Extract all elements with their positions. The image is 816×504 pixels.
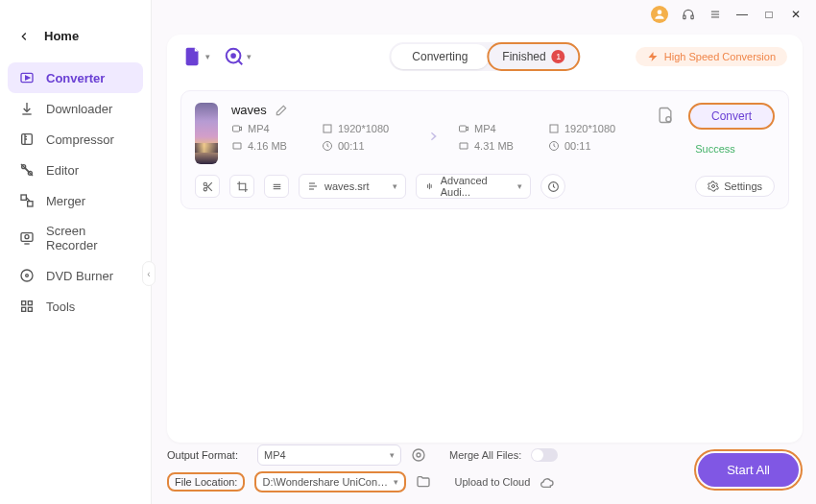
svg-marker-37 [466,127,468,131]
maximize-button[interactable]: □ [762,8,776,21]
finished-count-badge: 1 [552,50,565,63]
high-speed-pill[interactable]: High Speed Conversion [636,47,787,66]
subtitle-select[interactable]: waves.srt▾ [299,174,406,199]
add-file-button[interactable]: ▾ [182,46,210,67]
headset-icon[interactable] [682,8,695,21]
collapse-sidebar-button[interactable]: ‹ [142,261,156,286]
file-location-select[interactable]: D:\Wondershare UniConverter 1▾ [254,471,406,492]
sidebar-item-merger[interactable]: Merger [8,185,143,216]
svg-rect-28 [28,307,32,311]
svg-point-24 [26,275,29,277]
crop-button[interactable] [229,175,254,198]
output-format-settings-icon[interactable] [411,447,426,463]
svg-line-31 [239,61,243,65]
svg-rect-26 [28,301,32,305]
sidebar-item-editor[interactable]: Editor [8,155,143,185]
start-all-wrapper: Start All [694,449,803,491]
svg-rect-36 [459,126,466,132]
sidebar-item-converter[interactable]: Converter [8,62,143,93]
start-all-button[interactable]: Start All [698,453,799,487]
sidebar-item-downloader[interactable]: Downloader [8,93,143,124]
status-label: Success [695,143,735,155]
svg-point-55 [712,185,715,188]
svg-point-41 [666,116,671,121]
svg-point-30 [231,54,235,58]
svg-marker-7 [26,76,30,80]
video-item-card: waves MP4 1920*1080 MP4 1920*1080 4.16 M… [180,90,789,209]
sidebar-item-dvd-burner[interactable]: DVD Burner [8,260,143,291]
sidebar: Home Converter Downloader Compressor Edi… [0,0,152,504]
cloud-icon[interactable] [540,474,555,490]
trim-button[interactable] [195,175,220,198]
file-location-label: File Location: [167,472,245,492]
edit-title-icon[interactable] [275,104,288,117]
svg-rect-18 [28,202,33,206]
upload-cloud-label: Upload to Cloud [454,476,530,488]
output-settings-icon[interactable] [656,106,675,128]
menu-icon[interactable] [708,8,722,21]
video-thumbnail[interactable] [195,103,218,164]
home-link[interactable]: Home [0,23,151,59]
info-button[interactable] [540,174,565,199]
svg-marker-32 [648,52,657,61]
status-tabs: Converting Finished1 [389,42,580,71]
minimize-button[interactable]: — [735,8,749,21]
svg-rect-35 [324,125,331,132]
merge-label: Merge All Files: [449,449,521,461]
output-format-label: Output Format: [167,449,248,461]
svg-rect-17 [21,195,26,200]
tab-finished[interactable]: Finished1 [487,42,580,71]
main-panel: ▾ ▾ Converting Finished1 High Speed Conv… [167,35,803,443]
video-title: waves [231,103,267,117]
svg-point-56 [417,453,420,457]
arrow-icon [421,127,444,148]
open-folder-icon[interactable] [416,474,431,490]
svg-rect-27 [22,307,26,311]
add-dvd-button[interactable]: ▾ [224,46,252,67]
audio-select[interactable]: Advanced Audi...▾ [416,174,531,199]
sidebar-item-tools[interactable]: Tools [8,291,143,322]
svg-rect-20 [21,233,33,242]
user-avatar[interactable] [651,6,668,23]
sidebar-item-screen-recorder[interactable]: Screen Recorder [8,216,143,260]
convert-button[interactable]: Convert [688,103,775,130]
svg-point-23 [21,270,33,281]
merge-toggle[interactable] [531,448,558,462]
svg-point-57 [413,449,424,461]
svg-rect-38 [550,125,558,132]
svg-rect-25 [22,301,26,305]
effects-button[interactable] [264,175,289,198]
home-label: Home [44,29,79,43]
svg-rect-33 [232,126,239,132]
svg-rect-1 [684,15,685,19]
item-settings-button[interactable]: Settings [695,176,775,197]
svg-point-0 [658,10,662,14]
tab-converting[interactable]: Converting [391,44,489,69]
sidebar-item-compressor[interactable]: Compressor [8,124,143,155]
svg-point-21 [25,235,29,239]
output-format-select[interactable]: MP4▾ [257,444,401,466]
close-button[interactable]: ✕ [789,8,803,21]
svg-marker-34 [239,127,241,131]
svg-rect-2 [691,15,693,19]
